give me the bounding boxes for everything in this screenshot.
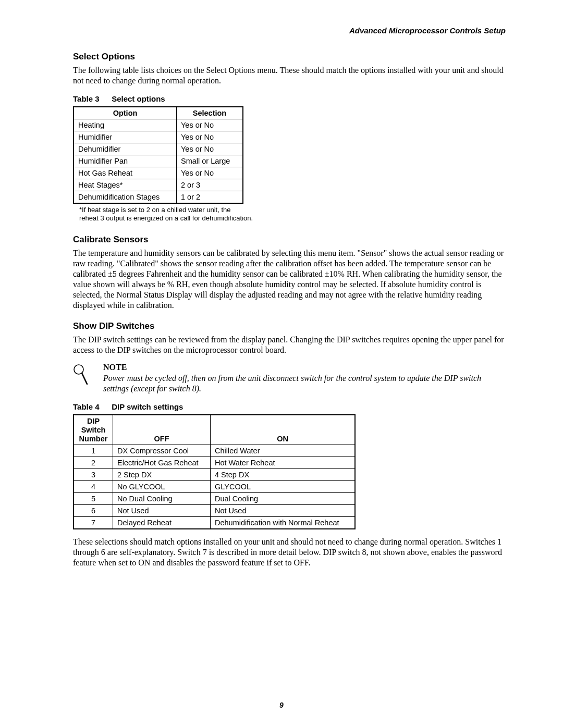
col-selection: Selection <box>177 107 243 119</box>
cell: 4 Step DX <box>211 469 356 481</box>
cell: Dual Cooling <box>211 493 356 505</box>
cell: 2 or 3 <box>177 179 243 191</box>
cell: Small or Large <box>177 155 243 167</box>
col-on: ON <box>211 415 356 445</box>
cell: Chilled Water <box>211 445 356 457</box>
cell: Not Used <box>211 505 356 517</box>
table-row: Dehumidification Stages 1 or 2 <box>74 191 243 204</box>
cell: Yes or No <box>177 131 243 143</box>
table-row: Humidifier Pan Small or Large <box>74 155 243 167</box>
para-show-dip-switches: The DIP switch settings can be reviewed … <box>73 335 506 355</box>
para-dip-explanation: These selections should match options in… <box>73 537 506 568</box>
note-text: NOTE Power must be cycled off, then on f… <box>103 363 506 394</box>
table3-caption: Table 3 Select options <box>73 94 506 103</box>
cell: Dehumidifier <box>74 143 177 155</box>
table4-caption: Table 4 DIP switch settings <box>73 402 506 411</box>
table-row: 6 Not Used Not Used <box>74 505 355 517</box>
cell: 1 or 2 <box>177 191 243 204</box>
table-row: 1 DX Compressor Cool Chilled Water <box>74 445 355 457</box>
cell: No GLYCOOL <box>113 481 211 493</box>
cell: 5 <box>74 493 113 505</box>
cell: 7 <box>74 517 113 529</box>
note-body: Power must be cycled off, then on from t… <box>103 373 506 394</box>
table-row: 3 2 Step DX 4 Step DX <box>74 469 355 481</box>
para-select-options: The following table lists choices on the… <box>73 65 506 86</box>
cell: 6 <box>74 505 113 517</box>
cell: 1 <box>74 445 113 457</box>
table-row: Dehumidifier Yes or No <box>74 143 243 155</box>
cell: No Dual Cooling <box>113 493 211 505</box>
cell: Yes or No <box>177 167 243 179</box>
page-number: 9 <box>0 701 563 709</box>
section-title-calibrate-sensors: Calibrate Sensors <box>73 235 506 245</box>
section-title-select-options: Select Options <box>73 52 506 62</box>
table4-title: DIP switch settings <box>112 402 183 411</box>
col-option: Option <box>74 107 177 119</box>
table-row: Option Selection <box>74 107 243 119</box>
table-row: Humidifier Yes or No <box>74 131 243 143</box>
table-select-options: Option Selection Heating Yes or No Humid… <box>73 106 243 204</box>
note-block: NOTE Power must be cycled off, then on f… <box>73 363 506 394</box>
cell: 2 <box>74 457 113 469</box>
table4-label: Table 4 <box>73 402 109 411</box>
cell: Yes or No <box>177 143 243 155</box>
header-line: Switch <box>78 426 108 435</box>
page: Advanced Microprocessor Controls Setup S… <box>0 0 563 728</box>
table3-label: Table 3 <box>73 94 109 103</box>
col-dip-switch-number: DIP Switch Number <box>74 415 113 445</box>
table-dip-switch-settings: DIP Switch Number OFF ON 1 DX Compressor… <box>73 414 356 529</box>
cell: Hot Gas Reheat <box>74 167 177 179</box>
cell: 3 <box>74 469 113 481</box>
magnifier-icon <box>73 364 88 386</box>
section-title-show-dip-switches: Show DIP Switches <box>73 321 506 331</box>
cell: DX Compressor Cool <box>113 445 211 457</box>
header-line: Number <box>78 435 108 443</box>
cell: Electric/Hot Gas Reheat <box>113 457 211 469</box>
cell: Delayed Reheat <box>113 517 211 529</box>
header-line: DIP <box>78 417 108 426</box>
para-calibrate-sensors: The temperature and humidity sensors can… <box>73 248 506 311</box>
table-row: 4 No GLYCOOL GLYCOOL <box>74 481 355 493</box>
cell: Humidifier <box>74 131 177 143</box>
cell: Not Used <box>113 505 211 517</box>
table-row: 7 Delayed Reheat Dehumidification with N… <box>74 517 355 529</box>
col-off: OFF <box>113 415 211 445</box>
table3-footnote-line2: reheat 3 output is energized on a call f… <box>79 214 506 223</box>
cell: 2 Step DX <box>113 469 211 481</box>
cell: Dehumidification with Normal Reheat <box>211 517 356 529</box>
cell: Yes or No <box>177 119 243 131</box>
table-row: 2 Electric/Hot Gas Reheat Hot Water Rehe… <box>74 457 355 469</box>
svg-line-1 <box>82 373 87 384</box>
table3-title: Select options <box>112 94 165 103</box>
note-title: NOTE <box>103 363 506 372</box>
cell: Heating <box>74 119 177 131</box>
cell: Hot Water Reheat <box>211 457 356 469</box>
cell: GLYCOOL <box>211 481 356 493</box>
table-row: 5 No Dual Cooling Dual Cooling <box>74 493 355 505</box>
table-row: Hot Gas Reheat Yes or No <box>74 167 243 179</box>
cell: Heat Stages* <box>74 179 177 191</box>
table3-footnote-line1: *If heat stage is set to 2 on a chilled … <box>79 206 506 214</box>
cell: Humidifier Pan <box>74 155 177 167</box>
running-head: Advanced Microprocessor Controls Setup <box>73 26 506 35</box>
cell: Dehumidification Stages <box>74 191 177 204</box>
table-row: Heat Stages* 2 or 3 <box>74 179 243 191</box>
table-row: Heating Yes or No <box>74 119 243 131</box>
table-row: DIP Switch Number OFF ON <box>74 415 355 445</box>
cell: 4 <box>74 481 113 493</box>
